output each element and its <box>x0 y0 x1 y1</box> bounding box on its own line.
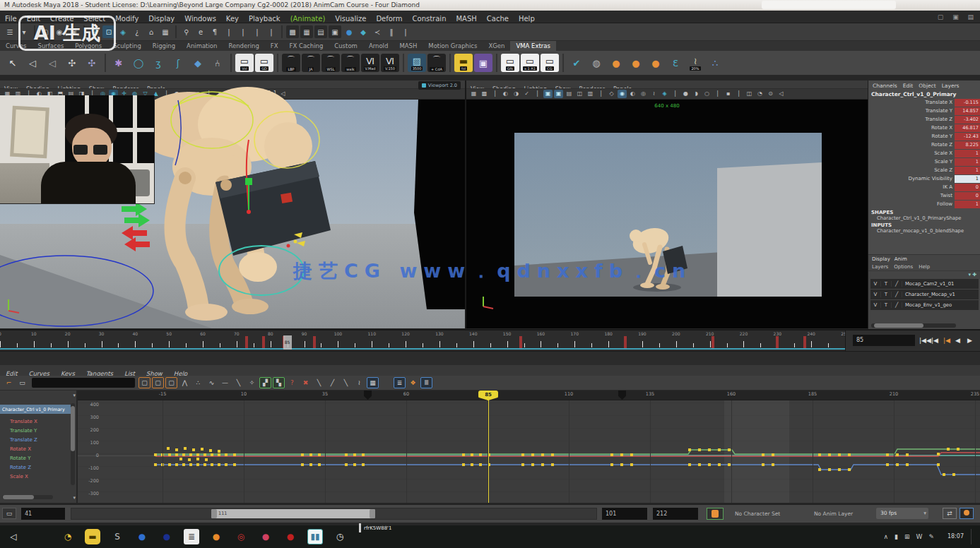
shelf-icon-27[interactable]: ▣ <box>474 54 492 72</box>
viewport-icon-19[interactable]: | <box>204 90 213 98</box>
playback-end-field[interactable]: 101 <box>602 508 647 520</box>
graph-channel-translate-x[interactable]: Translate X <box>10 417 37 426</box>
viewport-icon-21[interactable]: ◗ <box>692 90 701 98</box>
graph-tool-15[interactable]: ✖ <box>300 377 312 388</box>
fps-dropdown[interactable]: 30 fps▾ <box>876 508 928 519</box>
viewport-icon-25[interactable]: | <box>734 90 743 98</box>
layer-row-1[interactable]: VT╱Character_Mocap_v1 <box>870 290 979 299</box>
keyframe[interactable] <box>772 453 774 456</box>
viewport-icon-27[interactable]: ◔ <box>755 90 764 98</box>
viewport-icon-3[interactable]: ◐ <box>501 90 510 98</box>
layer-color-swatch[interactable]: ╱ <box>892 281 902 287</box>
graph-tool-7[interactable]: ∴ <box>192 377 204 388</box>
shelf-icon-4[interactable]: ✣ <box>83 54 101 72</box>
graph-channel-rotate-y[interactable]: Rotate Y <box>10 454 30 463</box>
shelf-icon-9[interactable]: ʃ <box>169 54 187 72</box>
graph-tool-3[interactable]: ▢ <box>138 377 150 388</box>
key-tick-frame-93[interactable] <box>313 336 316 349</box>
channel-box-tab-channels[interactable]: Channels <box>873 83 897 89</box>
shelf-tab-fx-caching[interactable]: FX Caching <box>284 41 329 51</box>
chevron-down-icon[interactable]: ▾ <box>73 495 76 501</box>
shelf-icon-16[interactable]: ⌒LBP <box>282 54 300 72</box>
viewport-icon-1[interactable]: ▩ <box>480 90 489 98</box>
animation-start-field[interactable]: 41 <box>21 508 65 520</box>
key-tick-frame-78[interactable] <box>262 336 265 349</box>
shelf-tab-vma-extras[interactable]: VMA Extras <box>510 41 556 51</box>
keyframe[interactable] <box>943 473 945 476</box>
shelf-icon-34[interactable]: ◍ <box>587 54 606 72</box>
viewport-icon-29[interactable]: ◁ <box>777 90 786 98</box>
graph-tool-22[interactable]: ≣ <box>394 377 406 388</box>
anim-curve-3[interactable] <box>155 465 980 475</box>
viewport-right-canvas[interactable]: 640 x 480 persp1 <box>466 100 868 328</box>
status-icon-25[interactable]: ▣ <box>329 25 341 38</box>
character-set-indicator[interactable]: No Character Set <box>735 508 780 520</box>
keyframe[interactable] <box>541 453 544 456</box>
status-icon-14[interactable]: ⚲ <box>180 25 193 38</box>
keyframe[interactable] <box>521 463 524 466</box>
keyframe[interactable] <box>211 453 213 456</box>
keyframe[interactable] <box>205 458 208 461</box>
viewport-icon-6[interactable]: | <box>533 90 542 98</box>
layer-color-swatch[interactable]: ╱ <box>892 292 902 297</box>
graph-tool-24[interactable]: Ⅲ <box>420 377 432 388</box>
layer-name[interactable]: Character_Mocap_v1 <box>902 292 979 297</box>
layer-menu-help[interactable]: Help <box>919 264 930 270</box>
keyframe[interactable] <box>886 453 889 456</box>
viewport-icon-0[interactable]: ▦ <box>469 90 478 98</box>
keyframe[interactable] <box>848 453 851 456</box>
status-icon-15[interactable]: e <box>194 25 207 38</box>
tray-icon-3[interactable]: W <box>916 533 922 540</box>
keyframe[interactable] <box>828 453 831 456</box>
keyframe[interactable] <box>762 463 764 466</box>
viewport-icon-11[interactable]: ▥ <box>586 90 595 98</box>
graph-tool-19[interactable]: ≀ <box>353 377 365 388</box>
keyframe[interactable] <box>728 448 731 451</box>
playback-button-0[interactable]: |◀◀ <box>919 335 931 346</box>
channel-value[interactable]: 1 <box>955 201 980 208</box>
key-tick-frame-238[interactable] <box>803 336 806 349</box>
keyframe[interactable] <box>209 449 212 452</box>
status-icon-30[interactable]: | <box>399 25 412 38</box>
time-slider[interactable]: 0102030405060708090100110120130140150160… <box>0 329 845 351</box>
graph-tool-8[interactable]: ∿ <box>206 377 218 388</box>
layer-visibility-toggle[interactable]: V <box>870 302 881 308</box>
shelf-icon-37[interactable]: ● <box>647 54 665 72</box>
keyframe[interactable] <box>189 463 192 466</box>
range-menu-button[interactable]: ▭ <box>2 508 16 519</box>
status-icon-23[interactable]: ▦ <box>300 25 313 38</box>
keyframe[interactable] <box>728 463 731 466</box>
channel-value[interactable]: 1 <box>955 158 980 166</box>
shelf-icon-6[interactable]: ✱ <box>110 54 128 72</box>
viewport-icon-17[interactable]: ≀ <box>649 90 659 98</box>
shelf-tab-custom[interactable]: Custom <box>329 41 363 51</box>
key-tick-frame-154[interactable] <box>519 336 522 349</box>
keyframe[interactable] <box>906 453 909 456</box>
keyframe[interactable] <box>167 447 170 450</box>
tray-icon-0[interactable]: ∧ <box>883 533 888 540</box>
keyframe[interactable] <box>630 463 633 466</box>
app-red-ring[interactable]: ◎ <box>233 529 249 544</box>
current-time-marker[interactable]: 85 <box>283 335 292 350</box>
playback-button-1[interactable]: |◀ <box>931 335 938 346</box>
layer-scrollbar-thumb[interactable] <box>874 323 923 328</box>
keyframe[interactable] <box>551 463 554 466</box>
keyframe[interactable] <box>211 463 213 466</box>
keyframe[interactable] <box>353 463 356 466</box>
app-media-player[interactable]: ▮▮ <box>307 529 323 544</box>
layer-row-2[interactable]: VT╱Mocap_Env_v1_geo <box>870 300 979 310</box>
input-node-name[interactable]: Character_mocap_v1_0_blendShape <box>868 228 980 234</box>
keyframe[interactable] <box>154 453 157 456</box>
layer-type-toggle[interactable]: T <box>881 292 892 297</box>
status-icon-10[interactable]: ¿ <box>131 25 143 38</box>
shelf-icon-0[interactable]: ↖ <box>4 54 22 72</box>
viewport-icon-23[interactable]: | <box>247 90 256 98</box>
shelf-tab-rendering[interactable]: Rendering <box>223 41 264 51</box>
key-tick-frame-211[interactable] <box>712 336 714 349</box>
chevron-down-icon[interactable]: ▾ <box>73 393 76 398</box>
app-pink-circle[interactable]: ● <box>258 529 273 544</box>
speaker-icon[interactable]: ◁ <box>6 529 21 544</box>
range-start-handle[interactable] <box>211 509 217 518</box>
shelf-icon-29[interactable]: ▭Gfk <box>501 54 519 72</box>
keyframe[interactable] <box>688 448 691 451</box>
